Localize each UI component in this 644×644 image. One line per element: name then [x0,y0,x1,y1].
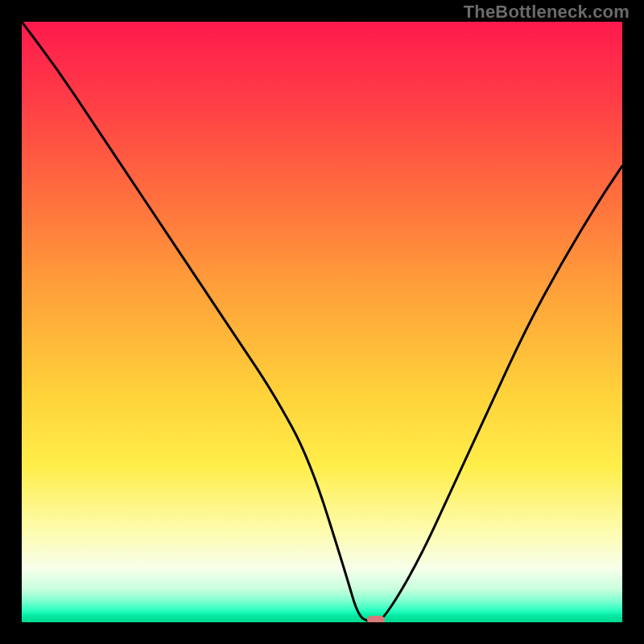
minimum-marker [367,616,385,622]
plot-area [22,22,622,622]
bottleneck-curve [22,22,622,622]
chart-frame: TheBottleneck.com [0,0,644,644]
watermark-text: TheBottleneck.com [464,2,630,23]
